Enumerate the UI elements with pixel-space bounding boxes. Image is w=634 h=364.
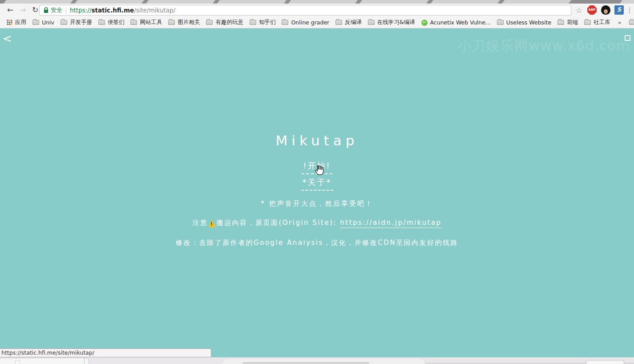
- mod-line: 修改：去除了原作者的Google Analysis，汉化，并修改CDN至国内友好…: [0, 239, 634, 247]
- bookmark-folder-frontend[interactable]: 前端: [554, 18, 581, 28]
- url-host: static.hfi.me: [91, 7, 134, 14]
- bookmark-label: 在线学习&编译: [377, 19, 415, 26]
- folder-icon: [497, 20, 504, 25]
- bookmark-label: 开发手册: [70, 19, 92, 26]
- bookmark-folder-online-learning[interactable]: 在线学习&编译: [365, 18, 418, 28]
- folder-icon: [61, 20, 67, 25]
- bookmark-folder-shegongku[interactable]: 社工库: [581, 18, 614, 28]
- omnibox-divider: [66, 7, 66, 14]
- acunetix-icon: [421, 20, 428, 26]
- page-mikutap: < 小刀娱乐网www.x6d.com Mikutap !开始! *关于* * 把…: [0, 28, 634, 357]
- bookmark-folder-dev-manual[interactable]: 开发手册: [57, 18, 95, 28]
- folder-icon: [335, 20, 342, 25]
- folder-icon: [368, 20, 375, 25]
- browser-tab[interactable]: [431, 0, 500, 4]
- folder-icon: [250, 20, 256, 25]
- background-window-item: [0, 358, 89, 364]
- browser-tab[interactable]: [75, 0, 144, 4]
- folder-icon: [557, 20, 564, 25]
- bookmark-folder-images[interactable]: 图片相关: [165, 18, 203, 28]
- bookmark-folder-online-grader[interactable]: Online grader: [279, 18, 332, 28]
- tip-line: * 把声音开大点，然后享受吧！: [0, 200, 634, 208]
- url-scheme: https://: [70, 7, 91, 14]
- bookmark-folder-site-tools[interactable]: 网站工具: [127, 18, 165, 28]
- bookmark-folder-univ[interactable]: Univ: [29, 18, 57, 28]
- forward-icon: →: [17, 4, 28, 16]
- folder-icon: [130, 20, 137, 25]
- bookmark-label: Useless Website: [506, 19, 551, 26]
- page-title: Mikutap: [0, 132, 634, 148]
- s-extension-icon[interactable]: S: [614, 5, 624, 15]
- background-window-bar: [242, 362, 369, 364]
- folder-icon: [206, 20, 213, 25]
- bookmark-label: 便签们: [108, 19, 125, 26]
- browser-tab[interactable]: [4, 0, 73, 4]
- bookmark-label: 图片相关: [178, 19, 200, 26]
- bookmark-label: 前端: [567, 19, 578, 26]
- bottom-band: [0, 357, 634, 364]
- bookmarks-bar: 应用 Univ 开发手册 便签们 网站工具 图片相关 有趣的玩意 知乎们 Onl…: [0, 17, 634, 28]
- bookmark-star-icon[interactable]: ☆: [573, 5, 584, 16]
- address-bar[interactable]: 安全 https://static.hfi.me/site/mikutap/: [39, 5, 571, 16]
- origin-prefix: 注意: [192, 219, 208, 227]
- page-back-chevron[interactable]: <: [3, 32, 12, 45]
- browser-tab[interactable]: [146, 0, 215, 4]
- about-link[interactable]: *关于*: [301, 177, 333, 191]
- url-path: /site/mikutap/: [134, 7, 175, 14]
- folder-icon: [282, 20, 288, 25]
- apps-grid-icon: [7, 20, 12, 25]
- bookmark-label: 社工库: [594, 19, 610, 26]
- bookmarks-overflow-chevron[interactable]: »: [614, 19, 626, 26]
- warning-icon: [208, 220, 216, 227]
- lock-icon: [44, 7, 48, 13]
- watermark-text: 小刀娱乐网www.x6d.com: [457, 36, 630, 55]
- bookmark-folder-useless-website[interactable]: Useless Website: [494, 18, 554, 28]
- other-bookmarks-folder[interactable]: 其他书签: [626, 18, 634, 28]
- origin-line: 注意搬运内容，原页面(Origin Site): https://aidn.jp…: [0, 219, 634, 227]
- browser-tab[interactable]: [502, 0, 571, 4]
- back-icon[interactable]: ←: [4, 4, 16, 16]
- bookmark-label: Online grader: [291, 19, 329, 26]
- bookmark-label: 网站工具: [140, 19, 162, 26]
- browser-toolbar: ← → ↻ 安全 https://static.hfi.me/site/miku…: [0, 4, 634, 17]
- bookmark-item-apps[interactable]: 应用: [4, 18, 29, 28]
- bookmark-label: 应用: [15, 19, 26, 26]
- origin-mid: 搬运内容，原页面(Origin Site):: [216, 219, 340, 227]
- bookmark-label: Univ: [42, 19, 54, 26]
- bookmark-label: Acunetix Web Vulne...: [430, 19, 491, 26]
- bookmark-folder-fun-stuff[interactable]: 有趣的玩意: [203, 18, 246, 28]
- status-url-bubble: https://static.hfi.me/site/mikutap/: [0, 348, 211, 357]
- folder-icon: [98, 20, 105, 25]
- browser-tab[interactable]: [620, 0, 634, 4]
- browser-tab[interactable]: [359, 0, 429, 4]
- browser-menu-icon[interactable]: ⋮: [626, 4, 634, 16]
- tab-strip: [0, 0, 634, 4]
- bookmark-folder-notes[interactable]: 便签们: [95, 18, 128, 28]
- bookmark-folder-zhihu[interactable]: 知乎们: [246, 18, 279, 28]
- bookmark-item-acunetix[interactable]: Acunetix Web Vulne...: [418, 18, 494, 28]
- hand-cursor: [314, 164, 324, 176]
- background-window-button: [586, 360, 624, 364]
- origin-site-link[interactable]: https://aidn.jp/mikutap: [340, 219, 441, 228]
- bookmark-folder-decompile[interactable]: 反编译: [332, 18, 365, 28]
- bookmark-label: 知乎们: [259, 19, 276, 26]
- adblock-plus-extension-icon[interactable]: ABP: [587, 5, 597, 15]
- folder-icon: [629, 20, 634, 25]
- browser-tab[interactable]: [288, 0, 358, 4]
- bookmark-label: 有趣的玩意: [215, 19, 243, 26]
- browser-tab[interactable]: [217, 0, 287, 4]
- security-label: 安全: [51, 6, 62, 14]
- bookmark-label: 反编译: [345, 19, 362, 26]
- folder-icon: [32, 20, 39, 25]
- folder-icon: [168, 20, 175, 25]
- afro-avatar-extension-icon[interactable]: [601, 5, 610, 15]
- folder-icon: [584, 20, 591, 25]
